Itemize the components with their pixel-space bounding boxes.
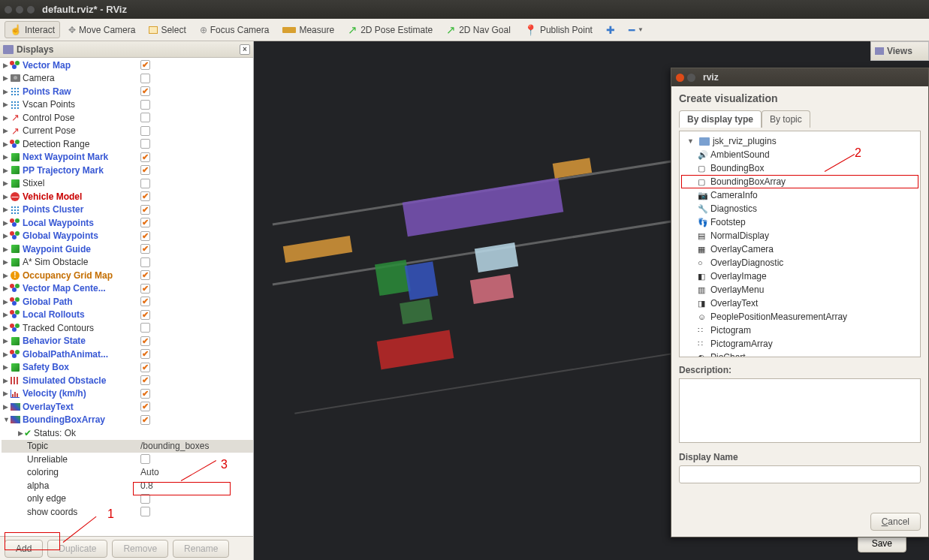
visibility-checkbox[interactable] bbox=[140, 336, 150, 346]
select-button[interactable]: Select bbox=[143, 22, 191, 38]
display-item[interactable]: ▶Simulated Obstacle bbox=[2, 374, 253, 387]
display-item[interactable]: ▶OverlayText bbox=[2, 400, 253, 414]
display-item[interactable]: ▶GlobalPathAnimat... bbox=[2, 348, 253, 361]
display-item[interactable]: ▶Vector Map bbox=[2, 59, 253, 72]
display-item[interactable]: ▶Global Path bbox=[2, 295, 253, 309]
plugin-item[interactable]: 👣Footstep bbox=[681, 215, 918, 229]
add-tool-button[interactable]: ✚ bbox=[601, 21, 620, 39]
plugin-item[interactable]: ▢BoundingBoxArray bbox=[681, 175, 918, 188]
remove-button[interactable]: Remove bbox=[112, 540, 168, 558]
publish-point-button[interactable]: 📍Publish Point bbox=[519, 21, 598, 39]
display-item[interactable]: ▶Camera bbox=[2, 72, 253, 86]
cancel-button[interactable]: Cancel bbox=[870, 513, 921, 531]
visibility-checkbox[interactable] bbox=[140, 113, 150, 122]
plugin-item[interactable]: ▢BoundingBox bbox=[681, 161, 918, 175]
display-item[interactable]: ▶Detection Range bbox=[2, 137, 253, 151]
display-item[interactable]: ▶A* Sim Obstacle bbox=[2, 256, 253, 269]
visibility-checkbox[interactable] bbox=[140, 389, 150, 399]
pose-estimate-button[interactable]: ↗2D Pose Estimate bbox=[342, 20, 438, 40]
display-item[interactable]: ▶↗Control Pose bbox=[2, 111, 253, 125]
visibility-checkbox[interactable] bbox=[140, 402, 150, 411]
plugin-item[interactable]: ∷Pictogram bbox=[681, 324, 918, 337]
visibility-checkbox[interactable] bbox=[140, 205, 150, 215]
tab-by-topic[interactable]: By topic bbox=[762, 110, 810, 128]
visibility-checkbox[interactable] bbox=[140, 139, 150, 149]
visibility-checkbox[interactable] bbox=[140, 165, 150, 175]
visibility-checkbox[interactable] bbox=[140, 100, 150, 110]
display-item-expanded[interactable]: ▼BoundingBoxArray bbox=[2, 414, 253, 427]
interact-button[interactable]: ☝Interact bbox=[5, 21, 60, 38]
visibility-checkbox[interactable] bbox=[140, 415, 150, 425]
measure-button[interactable]: Measure bbox=[277, 22, 339, 38]
display-item[interactable]: ▶Local Waypoints bbox=[2, 216, 253, 230]
dialog-close-icon[interactable] bbox=[676, 74, 684, 82]
visibility-checkbox[interactable] bbox=[140, 231, 150, 241]
visibility-checkbox[interactable] bbox=[140, 284, 150, 294]
rename-button[interactable]: Rename bbox=[173, 540, 229, 558]
visibility-checkbox[interactable] bbox=[140, 152, 150, 162]
property-row[interactable]: show coords bbox=[2, 505, 253, 519]
visibility-checkbox[interactable] bbox=[140, 191, 150, 201]
display-item[interactable]: ▶Safety Box bbox=[2, 361, 253, 375]
plugin-list[interactable]: ▼jsk_rviz_plugins🔊AmbientSound▢BoundingB… bbox=[679, 131, 921, 357]
plugin-item[interactable]: 📷CameraInfo bbox=[681, 188, 918, 202]
prop-checkbox[interactable] bbox=[140, 507, 150, 516]
plugin-item[interactable]: ☺PeoplePositionMeasurementArray bbox=[681, 310, 918, 324]
plugin-item[interactable]: ○OverlayDiagnostic bbox=[681, 256, 918, 269]
visibility-checkbox[interactable] bbox=[140, 270, 150, 280]
nav-goal-button[interactable]: ↗2D Nav Goal bbox=[441, 20, 516, 40]
tab-by-display-type[interactable]: By display type bbox=[679, 110, 762, 128]
visibility-checkbox[interactable] bbox=[140, 60, 150, 70]
focus-camera-button[interactable]: ⊕Focus Camera bbox=[195, 22, 275, 38]
visibility-checkbox[interactable] bbox=[140, 74, 150, 83]
views-panel[interactable]: Views bbox=[870, 41, 929, 61]
display-item[interactable]: ▶Behavior State bbox=[2, 335, 253, 348]
display-item[interactable]: ▶Waypoint Guide bbox=[2, 242, 253, 256]
display-item[interactable]: ▶Velocity (km/h) bbox=[2, 387, 253, 401]
plugin-item[interactable]: ▥OverlayMenu bbox=[681, 283, 918, 297]
window-close-icon[interactable] bbox=[5, 6, 12, 14]
visibility-checkbox[interactable] bbox=[140, 86, 150, 96]
visibility-checkbox[interactable] bbox=[140, 310, 150, 320]
property-row[interactable]: coloringAuto bbox=[2, 466, 253, 480]
display-item[interactable]: ▶—Vehicle Model bbox=[2, 190, 253, 203]
window-min-icon[interactable] bbox=[16, 6, 23, 14]
display-name-input[interactable] bbox=[679, 465, 921, 483]
visibility-checkbox[interactable] bbox=[140, 218, 150, 227]
visibility-checkbox[interactable] bbox=[140, 349, 150, 359]
plugin-item[interactable]: 🔊AmbientSound bbox=[681, 148, 918, 161]
display-item[interactable]: ▶Points Raw bbox=[2, 85, 253, 98]
visibility-checkbox[interactable] bbox=[140, 244, 150, 254]
display-item[interactable]: ▶↗Current Pose bbox=[2, 125, 253, 138]
display-item[interactable]: ▶Tracked Contours bbox=[2, 321, 253, 335]
window-max-icon[interactable] bbox=[27, 6, 35, 14]
visibility-checkbox[interactable] bbox=[140, 179, 150, 188]
visibility-checkbox[interactable] bbox=[140, 126, 150, 136]
property-row[interactable]: Unreliable bbox=[2, 453, 253, 466]
plugin-item[interactable]: ∷PictogramArray bbox=[681, 337, 918, 351]
visibility-checkbox[interactable] bbox=[140, 375, 150, 385]
plugin-item[interactable]: ▤NormalDisplay bbox=[681, 229, 918, 242]
plugin-item[interactable]: ◨OverlayText bbox=[681, 297, 918, 310]
visibility-checkbox[interactable] bbox=[140, 297, 150, 306]
display-item[interactable]: ▶Points Cluster bbox=[2, 203, 253, 217]
display-item[interactable]: ▶!Occupancy Grid Map bbox=[2, 269, 253, 282]
prop-checkbox[interactable] bbox=[140, 454, 150, 464]
display-item[interactable]: ▶Vscan Points bbox=[2, 98, 253, 112]
plugin-folder[interactable]: ▼jsk_rviz_plugins bbox=[681, 134, 918, 148]
visibility-checkbox[interactable] bbox=[140, 363, 150, 372]
display-item[interactable]: ▶Global Waypoints bbox=[2, 230, 253, 243]
plugin-item[interactable]: 🔧Diagnostics bbox=[681, 202, 918, 215]
move-camera-button[interactable]: ✥Move Camera bbox=[63, 22, 140, 38]
dialog-titlebar[interactable]: rviz bbox=[671, 68, 928, 86]
remove-tool-button[interactable]: ━▼ bbox=[623, 21, 649, 39]
close-panel-icon[interactable]: × bbox=[240, 44, 250, 55]
plugin-item[interactable]: ◧OverlayImage bbox=[681, 269, 918, 283]
plugin-item[interactable]: ▦OverlayCamera bbox=[681, 242, 918, 256]
display-item[interactable]: ▶Next Waypoint Mark bbox=[2, 151, 253, 164]
plugin-item[interactable]: ◐PieChart bbox=[681, 351, 918, 357]
display-item[interactable]: ▶Vector Map Cente... bbox=[2, 282, 253, 296]
property-row[interactable]: Topic/bounding_boxes bbox=[2, 440, 253, 453]
visibility-checkbox[interactable] bbox=[140, 257, 150, 267]
displays-tree[interactable]: ▶Vector Map▶Camera▶Points Raw▶Vscan Poin… bbox=[0, 58, 253, 536]
